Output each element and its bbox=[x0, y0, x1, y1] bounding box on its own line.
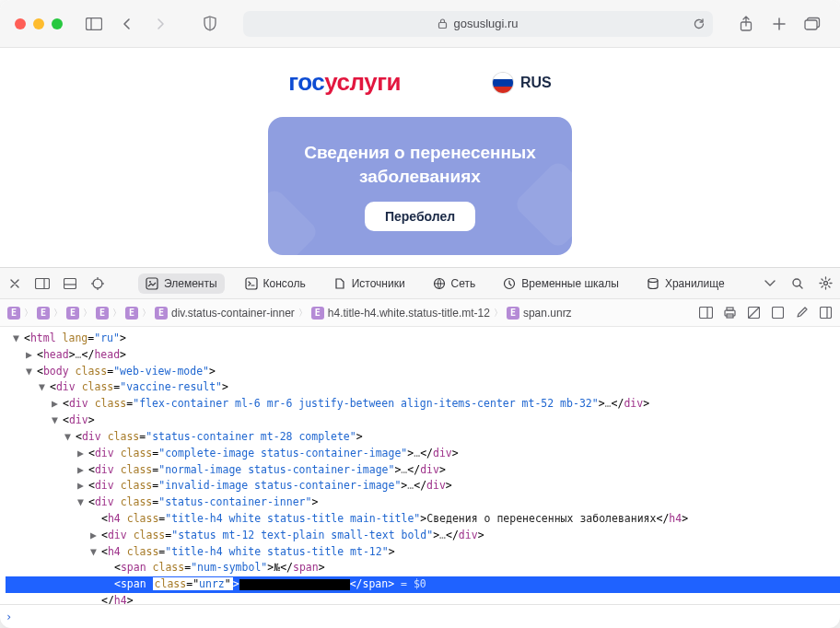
tab-storage[interactable]: Хранилище bbox=[639, 273, 732, 294]
tabs-overview-button[interactable] bbox=[799, 11, 825, 37]
console-prompt[interactable]: › bbox=[0, 604, 840, 628]
reload-button[interactable] bbox=[693, 17, 706, 30]
element-picker-button[interactable] bbox=[90, 276, 105, 291]
svg-point-26 bbox=[823, 282, 827, 285]
language-label: RUS bbox=[520, 75, 552, 91]
settings-button[interactable] bbox=[818, 276, 833, 291]
close-window-button[interactable] bbox=[15, 18, 26, 29]
dom-tree[interactable]: ▼<html lang="ru">▶<head>…</head>▼<body c… bbox=[0, 327, 840, 604]
lock-icon bbox=[438, 17, 448, 29]
nav-back-button[interactable] bbox=[114, 11, 140, 37]
breadcrumb-node[interactable]: E bbox=[7, 307, 20, 320]
breadcrumb-node[interactable]: Ediv.status-container-inner bbox=[155, 307, 295, 320]
maximize-window-button[interactable] bbox=[52, 18, 63, 29]
svg-rect-34 bbox=[820, 308, 831, 319]
dock-bottom-button[interactable] bbox=[63, 276, 77, 291]
new-tab-button[interactable] bbox=[766, 11, 792, 37]
gosuslugi-logo[interactable]: госуслуги bbox=[288, 68, 401, 97]
breadcrumb-node[interactable]: E bbox=[125, 307, 138, 320]
search-button[interactable] bbox=[790, 276, 805, 291]
address-domain: gosuslugi.ru bbox=[453, 17, 518, 30]
minimize-window-button[interactable] bbox=[33, 18, 44, 29]
recovered-button[interactable]: Переболел bbox=[365, 202, 475, 231]
tab-console[interactable]: Консоль bbox=[238, 273, 313, 294]
svg-rect-27 bbox=[699, 308, 712, 319]
svg-rect-18 bbox=[146, 278, 158, 289]
diseases-info-card: Сведения о перенесенных заболеваниях Пер… bbox=[268, 117, 572, 255]
svg-point-13 bbox=[93, 279, 102, 288]
svg-rect-20 bbox=[246, 278, 257, 289]
breadcrumb-node[interactable]: Espan.unrz bbox=[507, 307, 572, 320]
share-button[interactable] bbox=[733, 11, 759, 37]
nav-forward-button[interactable] bbox=[147, 11, 173, 37]
breadcrumb-node[interactable]: E bbox=[96, 307, 109, 320]
card-title-line2: заболеваниях bbox=[304, 165, 536, 189]
svg-line-25 bbox=[799, 285, 802, 288]
close-devtools-button[interactable] bbox=[7, 276, 22, 291]
language-switch[interactable]: RUS bbox=[493, 73, 552, 93]
more-tabs-button[interactable] bbox=[763, 276, 777, 291]
force-state-button[interactable] bbox=[770, 306, 785, 320]
tab-elements[interactable]: Элементы bbox=[138, 273, 225, 294]
svg-rect-30 bbox=[727, 308, 733, 310]
breadcrumb-node[interactable]: E bbox=[37, 307, 50, 320]
flag-icon bbox=[493, 73, 513, 93]
layout-pane-button[interactable] bbox=[698, 306, 713, 320]
svg-rect-9 bbox=[36, 278, 50, 288]
svg-rect-11 bbox=[64, 278, 76, 288]
svg-rect-8 bbox=[805, 20, 817, 29]
svg-point-19 bbox=[149, 281, 151, 283]
tab-network[interactable]: Сеть bbox=[426, 273, 484, 294]
privacy-report-button[interactable] bbox=[197, 11, 223, 37]
svg-rect-33 bbox=[772, 308, 783, 319]
print-styles-button[interactable] bbox=[722, 306, 737, 320]
dock-side-button[interactable] bbox=[35, 276, 50, 291]
color-scheme-button[interactable] bbox=[746, 306, 761, 320]
tab-sources[interactable]: Источники bbox=[326, 273, 413, 294]
sidebar-toggle-button[interactable] bbox=[81, 11, 107, 37]
svg-rect-0 bbox=[87, 17, 102, 29]
edit-button[interactable] bbox=[794, 306, 809, 320]
address-bar[interactable]: gosuslugi.ru bbox=[243, 11, 713, 37]
card-title-line1: Сведения о перенесенных bbox=[304, 141, 536, 165]
svg-point-23 bbox=[648, 278, 658, 282]
breadcrumb-node[interactable]: Eh4.title-h4.white.status-title.mt-12 bbox=[311, 307, 490, 320]
tab-timelines[interactable]: Временные шкалы bbox=[496, 273, 626, 294]
styles-pane-button[interactable] bbox=[818, 306, 833, 320]
svg-rect-3 bbox=[439, 23, 447, 29]
breadcrumb-node[interactable]: E bbox=[66, 307, 79, 320]
